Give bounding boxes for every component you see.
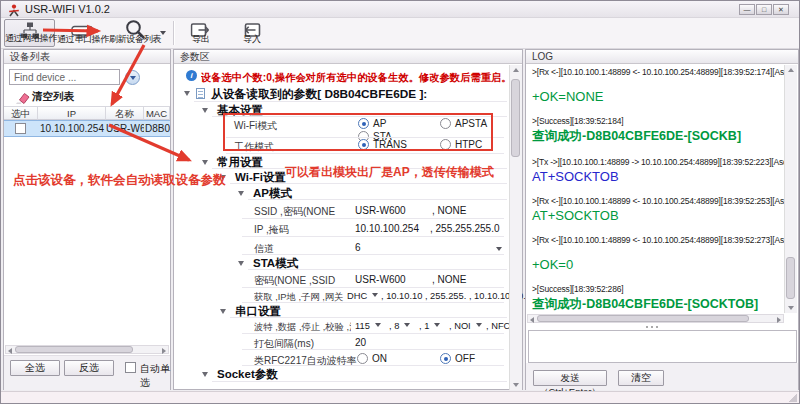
- sta-dhcp-dropdown[interactable]: DHC: [347, 291, 378, 301]
- parameters-vscrollbar[interactable]: [509, 65, 522, 390]
- log-panel: LOG >[Rx <-][10.10.100.1:48899 <- 10.10.…: [525, 49, 799, 390]
- baud-dropdown[interactable]: 115: [355, 321, 381, 331]
- log-entry-meta: >[Rx <-][10.10.100.1:48899 <- 10.10.100.…: [532, 235, 784, 245]
- sta-ssid-value[interactable]: USR-W600: [355, 274, 406, 285]
- scroll-up-icon[interactable]: [788, 68, 794, 72]
- collapse-icon[interactable]: [220, 175, 226, 180]
- scroll-right-icon[interactable]: [162, 348, 166, 354]
- pack-interval-value[interactable]: 20: [355, 337, 366, 348]
- scroll-down-icon[interactable]: [788, 306, 794, 310]
- log-entry-meta: >[Rx <-][10.10.100.1:48899 <- 10.10.100.…: [532, 196, 784, 206]
- channel-dropdown-caret-icon[interactable]: [496, 247, 502, 251]
- column-header-checked[interactable]: 选中: [4, 106, 38, 120]
- maximize-button[interactable]: □: [756, 4, 772, 15]
- collapse-icon[interactable]: [238, 261, 244, 266]
- log-panel-title: LOG: [526, 50, 798, 64]
- auto-single-checkbox[interactable]: [125, 362, 136, 373]
- select-all-button[interactable]: 全选: [10, 360, 60, 376]
- scrollbar-thumb[interactable]: [786, 257, 795, 299]
- clear-log-button[interactable]: 清空: [618, 370, 664, 386]
- minimize-button[interactable]: —: [739, 4, 755, 15]
- sta-password-value[interactable]: , NONE: [432, 274, 466, 285]
- app-logo-icon: [8, 3, 20, 16]
- section-socket-params[interactable]: Socket参数: [217, 367, 278, 382]
- toolbar-button-label: 通过串口操作: [57, 33, 106, 46]
- radio-rfc-on[interactable]: [357, 353, 368, 364]
- selection-notice: 设备选中个数:0,操作会对所有选中的设备生效。修改参数后需重启。: [201, 71, 507, 85]
- window-title: USR-WIFI V1.0.2: [25, 3, 110, 15]
- clear-list-label: 清空列表: [32, 90, 74, 104]
- info-icon: [186, 70, 197, 81]
- radio-rfc-off-label: OFF: [455, 353, 475, 364]
- send-button[interactable]: 发送（Ctrl+Enter）: [533, 370, 607, 386]
- column-header-mac[interactable]: MAC: [144, 106, 170, 120]
- send-command-input[interactable]: [528, 330, 797, 363]
- scroll-left-icon[interactable]: [8, 348, 12, 354]
- databits-dropdown[interactable]: , 8: [389, 321, 410, 331]
- radio-rfc-off[interactable]: [440, 353, 451, 364]
- resize-grip[interactable]: [788, 393, 797, 402]
- toolbar-refresh-devices-button[interactable]: 刷新设备列表: [107, 19, 163, 47]
- log-entry-body: +OK=NONE: [532, 89, 784, 104]
- invert-selection-button[interactable]: 反选: [64, 360, 114, 376]
- auto-single-label: 自动单选: [140, 362, 170, 390]
- ap-password-value[interactable]: , NONE: [432, 205, 466, 216]
- refresh-dropdown-caret-icon[interactable]: [160, 31, 166, 35]
- status-bar: [1, 391, 799, 404]
- close-button[interactable]: ✕: [773, 4, 789, 15]
- collapse-icon[interactable]: [202, 160, 208, 165]
- sta-ssid-row-label: 密码(NONE ,SSID: [254, 274, 335, 288]
- log-entry-body: +OK=0: [532, 257, 784, 272]
- title-bar: USR-WIFI V1.0.2 — □ ✕: [1, 1, 799, 18]
- device-mac: D8B04CBFE6: [145, 123, 170, 134]
- scrollbar-thumb[interactable]: [15, 346, 133, 353]
- scroll-down-icon[interactable]: [513, 383, 519, 387]
- splitter-handle[interactable]: [646, 326, 676, 329]
- scrollbar-thumb[interactable]: [537, 315, 749, 322]
- stopbits-dropdown[interactable]: , 1: [419, 321, 440, 331]
- ap-ssid-value[interactable]: USR-W600: [355, 205, 406, 216]
- ap-channel-value[interactable]: 6: [355, 242, 361, 253]
- log-entry-body: AT+SOCKTOB: [532, 169, 784, 184]
- toolbar-export-button[interactable]: 导出: [182, 19, 220, 47]
- scroll-up-icon[interactable]: [513, 68, 519, 72]
- device-list-panel: 设备列表 清空列表 选中 IP 名称 MAC 10.10.100.254 USR…: [3, 49, 171, 390]
- toolbar-import-button[interactable]: 导入: [233, 19, 271, 47]
- parameters-panel-title: 参数区: [174, 50, 522, 64]
- device-list-hscrollbar[interactable]: [5, 345, 169, 354]
- find-device-input[interactable]: [9, 69, 120, 85]
- ap-ip-row-label: IP ,掩码: [254, 223, 289, 237]
- toolbar-network-mode-button[interactable]: 通过网络操作: [4, 19, 55, 47]
- collapse-icon[interactable]: [184, 91, 190, 96]
- collapse-icon[interactable]: [202, 372, 208, 377]
- device-name: USR-W600: [106, 123, 144, 134]
- collapse-icon[interactable]: [202, 108, 208, 113]
- collapse-icon[interactable]: [220, 309, 226, 314]
- ap-ip-value[interactable]: 10.10.100.254: [355, 223, 419, 234]
- parity-dropdown[interactable]: , NOI: [449, 321, 482, 331]
- collapse-icon[interactable]: [238, 191, 244, 196]
- ap-ssid-row-label: SSID ,密码(NONE: [254, 205, 335, 219]
- toolbar: 通过网络操作 通过串口操作 刷新设备列表: [1, 18, 799, 49]
- radio-rfc-on-label: ON: [372, 353, 387, 364]
- toolbar-separator: [173, 21, 175, 45]
- toolbar-button-label: 导出: [182, 33, 220, 46]
- toolbar-button-label: 导入: [233, 33, 271, 46]
- device-row-checkbox[interactable]: [15, 123, 26, 134]
- column-header-ip[interactable]: IP: [38, 106, 106, 120]
- scroll-right-icon[interactable]: [777, 317, 781, 323]
- clear-list-button[interactable]: 清空列表: [16, 90, 30, 103]
- log-hscrollbar[interactable]: [527, 314, 784, 323]
- ap-mask-value[interactable]: , 255.255.255.0: [430, 223, 500, 234]
- parameters-panel: 参数区 设备选中个数:0,操作会对所有选中的设备生效。修改参数后需重启。 从设备…: [173, 49, 523, 390]
- log-vscrollbar[interactable]: [784, 65, 797, 313]
- toolbar-serial-mode-button[interactable]: 通过串口操作: [57, 19, 106, 47]
- scroll-left-icon[interactable]: [530, 317, 534, 323]
- eraser-icon: [16, 92, 30, 104]
- scrollbar-thumb[interactable]: [511, 79, 520, 157]
- find-device-go-icon[interactable]: [125, 70, 140, 85]
- device-row[interactable]: 10.10.100.254 USR-W600 D8B04CBFE6: [4, 120, 170, 137]
- annotation-highlight-box: [223, 113, 493, 151]
- log-lines[interactable]: >[Rx <-][10.10.100.1:48899 <- 10.10.100.…: [527, 65, 784, 313]
- column-header-name[interactable]: 名称: [106, 106, 144, 120]
